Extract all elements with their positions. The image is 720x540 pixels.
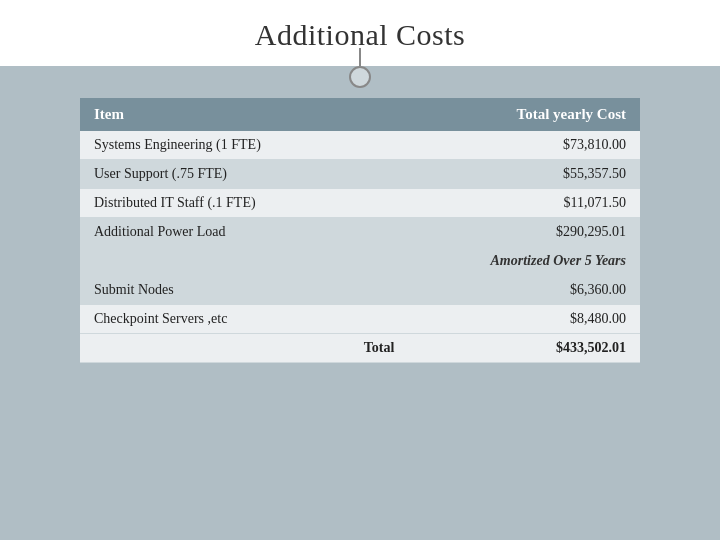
page-title: Additional Costs (255, 18, 466, 52)
costs-table: Item Total yearly Cost Systems Engineeri… (80, 98, 640, 363)
table-header-row: Item Total yearly Cost (80, 98, 640, 131)
table-row: Systems Engineering (1 FTE)$73,810.00 (80, 131, 640, 160)
table-row: User Support (.75 FTE)$55,357.50 (80, 160, 640, 189)
row-item: Distributed IT Staff (.1 FTE) (80, 189, 408, 218)
row-item: Systems Engineering (1 FTE) (80, 131, 408, 160)
amortized-label: Amortized Over 5 Years (80, 247, 640, 276)
row-item: User Support (.75 FTE) (80, 160, 408, 189)
table-row: Distributed IT Staff (.1 FTE)$11,071.50 (80, 189, 640, 218)
table-row: Checkpoint Servers ,etc$8,480.00 (80, 305, 640, 334)
content-area: Item Total yearly Cost Systems Engineeri… (0, 88, 720, 540)
table-row: Amortized Over 5 Years (80, 247, 640, 276)
row-item: Submit Nodes (80, 276, 408, 305)
slide: Additional Costs Item Total yearly Cost … (0, 0, 720, 540)
total-value: $433,502.01 (408, 334, 640, 363)
row-cost: $8,480.00 (408, 305, 640, 334)
connector-circle (349, 66, 371, 88)
table-row: Total$433,502.01 (80, 334, 640, 363)
row-item: Checkpoint Servers ,etc (80, 305, 408, 334)
table-row: Submit Nodes$6,360.00 (80, 276, 640, 305)
row-item: Additional Power Load (80, 218, 408, 247)
row-cost: $73,810.00 (408, 131, 640, 160)
col-header-cost: Total yearly Cost (408, 98, 640, 131)
title-area: Additional Costs (0, 0, 720, 66)
table-row: Additional Power Load$290,295.01 (80, 218, 640, 247)
row-cost: $6,360.00 (408, 276, 640, 305)
total-label: Total (80, 334, 408, 363)
title-underline-line (359, 48, 361, 66)
row-cost: $290,295.01 (408, 218, 640, 247)
row-cost: $11,071.50 (408, 189, 640, 218)
col-header-item: Item (80, 98, 408, 131)
row-cost: $55,357.50 (408, 160, 640, 189)
